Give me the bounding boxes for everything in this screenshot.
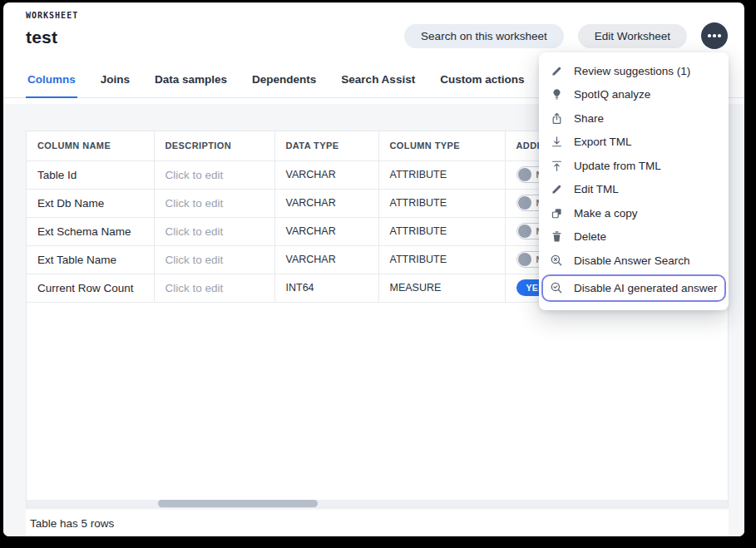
column-header-description: DESCRIPTION bbox=[154, 131, 274, 160]
menu-item-share[interactable]: Share bbox=[539, 106, 729, 131]
cell-column-type: MEASURE bbox=[378, 274, 505, 302]
tab-columns[interactable]: Columns bbox=[26, 73, 77, 98]
app-window: WORKSHEET test Search on this worksheet … bbox=[3, 2, 744, 536]
cell-column-type: ATTRIBUTE bbox=[378, 217, 505, 245]
pencil-icon bbox=[550, 64, 563, 77]
worksheet-eyebrow: WORKSHEET bbox=[26, 11, 744, 20]
cell-column-type: ATTRIBUTE bbox=[378, 160, 505, 189]
edit-worksheet-button[interactable]: Edit Worksheet bbox=[578, 24, 687, 48]
scrollbar-thumb[interactable] bbox=[158, 500, 318, 507]
more-options-button[interactable] bbox=[701, 22, 728, 49]
pencil-icon bbox=[550, 183, 563, 196]
cell-column-type: ATTRIBUTE bbox=[378, 189, 505, 217]
share-icon bbox=[550, 111, 563, 125]
column-header-column-name: COLUMN NAME bbox=[27, 131, 154, 160]
menu-item-label: Delete bbox=[574, 230, 606, 243]
menu-item-edit-tml[interactable]: Edit TML bbox=[539, 178, 729, 202]
column-header-data-type: DATA TYPE bbox=[274, 131, 378, 160]
cell-column-name: Ext Table Name bbox=[27, 245, 154, 274]
cell-description-editable[interactable]: Click to edit bbox=[154, 245, 274, 274]
cell-column-name: Ext Schema Name bbox=[27, 217, 154, 245]
ellipsis-icon bbox=[708, 34, 721, 37]
cell-data-type: VARCHAR bbox=[274, 217, 378, 245]
cell-column-name: Table Id bbox=[27, 160, 154, 189]
toggle-knob bbox=[518, 168, 531, 181]
menu-item-export-tml[interactable]: Export TML bbox=[539, 131, 729, 155]
menu-item-label: Edit TML bbox=[574, 183, 619, 195]
tab-data-samples[interactable]: Data samples bbox=[153, 73, 229, 98]
download-icon bbox=[550, 136, 563, 149]
cell-data-type: VARCHAR bbox=[274, 189, 378, 217]
menu-item-label: Review suggestions (1) bbox=[574, 65, 690, 77]
cell-description-editable[interactable]: Click to edit bbox=[154, 274, 274, 302]
search-on-worksheet-button[interactable]: Search on this worksheet bbox=[404, 24, 564, 48]
copy-icon bbox=[550, 206, 563, 220]
table-row-count: Table has 5 rows bbox=[26, 510, 729, 536]
menu-item-label: Update from TML bbox=[574, 160, 661, 172]
cell-description-editable[interactable]: Click to edit bbox=[154, 217, 274, 245]
menu-item-disable-answer-search[interactable]: Disable Answer Search bbox=[539, 249, 729, 273]
toggle-knob bbox=[518, 225, 531, 238]
upload-icon bbox=[550, 159, 563, 172]
column-header-column-type: COLUMN TYPE bbox=[378, 131, 505, 160]
menu-item-disable-ai-generated-answer[interactable]: Disable AI generated answer bbox=[541, 274, 726, 302]
menu-item-label: Disable Answer Search bbox=[574, 254, 690, 267]
search-check-icon bbox=[550, 281, 563, 294]
cell-column-name: Ext Db Name bbox=[27, 189, 154, 217]
menu-item-review-suggestions-1[interactable]: Review suggestions (1) bbox=[539, 59, 729, 83]
cell-column-name: Current Row Count bbox=[27, 274, 154, 302]
menu-item-delete[interactable]: Delete bbox=[539, 225, 729, 249]
menu-item-label: Disable AI generated answer bbox=[574, 282, 718, 294]
menu-item-label: Export TML bbox=[574, 136, 632, 148]
tab-dependents[interactable]: Dependents bbox=[250, 73, 318, 98]
toggle-knob bbox=[518, 253, 531, 266]
worksheet-header: WORKSHEET test Search on this worksheet … bbox=[3, 2, 744, 51]
menu-item-update-from-tml[interactable]: Update from TML bbox=[539, 154, 729, 178]
cell-data-type: INT64 bbox=[274, 274, 378, 302]
menu-item-make-a-copy[interactable]: Make a copy bbox=[539, 201, 729, 225]
menu-item-label: SpotIQ analyze bbox=[574, 88, 650, 101]
tab-joins[interactable]: Joins bbox=[99, 73, 131, 98]
horizontal-scrollbar[interactable] bbox=[27, 500, 728, 507]
cell-description-editable[interactable]: Click to edit bbox=[154, 160, 274, 189]
search-disabled-icon bbox=[550, 254, 563, 267]
cell-description-editable[interactable]: Click to edit bbox=[154, 189, 274, 217]
cell-column-type: ATTRIBUTE bbox=[378, 245, 505, 274]
bulb-icon bbox=[550, 88, 563, 101]
more-options-menu: Review suggestions (1)SpotIQ analyzeShar… bbox=[539, 52, 729, 310]
toggle-knob bbox=[518, 196, 531, 210]
tab-custom-actions[interactable]: Custom actions bbox=[438, 73, 526, 98]
menu-item-spotiq-analyze[interactable]: SpotIQ analyze bbox=[539, 83, 729, 107]
cell-data-type: VARCHAR bbox=[274, 245, 378, 274]
menu-item-label: Share bbox=[574, 112, 604, 125]
menu-item-label: Make a copy bbox=[574, 207, 638, 220]
cell-data-type: VARCHAR bbox=[274, 160, 378, 189]
header-actions: Search on this worksheet Edit Worksheet bbox=[404, 22, 728, 49]
tab-search-assist[interactable]: Search Assist bbox=[339, 73, 417, 98]
trash-icon bbox=[550, 230, 563, 244]
